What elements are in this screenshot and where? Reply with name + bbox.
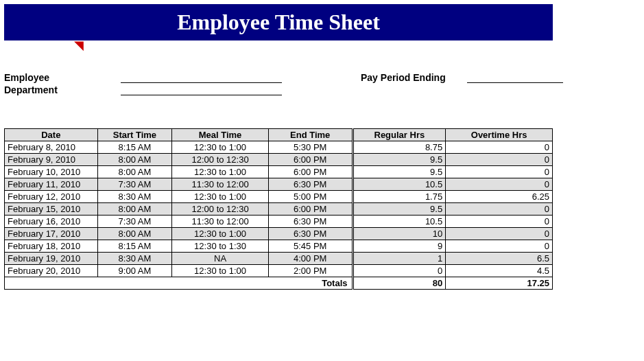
table-row: February 8, 20108:15 AM12:30 to 1:005:30… <box>5 141 553 154</box>
cell-date[interactable]: February 16, 2010 <box>5 216 98 228</box>
cell-meal[interactable]: NA <box>172 253 269 265</box>
col-end: End Time <box>268 129 353 141</box>
cell-reg[interactable]: 9.5 <box>353 203 446 216</box>
pay-period-label: Pay Period Ending <box>361 72 467 83</box>
cell-ot[interactable]: 0 <box>446 154 553 166</box>
cell-meal[interactable]: 12:00 to 12:30 <box>172 154 269 166</box>
cell-ot[interactable]: 0 <box>446 228 553 240</box>
table-header-row: Date Start Time Meal Time End Time Regul… <box>5 129 553 141</box>
table-row: February 18, 20108:15 AM12:30 to 1:305:4… <box>5 240 553 253</box>
cell-end[interactable]: 4:00 PM <box>268 253 353 265</box>
department-label: Department <box>4 84 121 95</box>
cell-ot[interactable]: 0 <box>446 178 553 191</box>
col-start: Start Time <box>97 129 172 141</box>
cell-start[interactable]: 8:15 AM <box>97 141 172 154</box>
table-row: February 16, 20107:30 AM11:30 to 12:006:… <box>5 216 553 228</box>
cell-ot[interactable]: 4.5 <box>446 265 553 277</box>
col-reg: Regular Hrs <box>353 129 446 141</box>
cell-meal[interactable]: 11:30 to 12:00 <box>172 216 269 228</box>
table-row: February 11, 20107:30 AM11:30 to 12:006:… <box>5 178 553 191</box>
cell-date[interactable]: February 8, 2010 <box>5 141 98 154</box>
cell-reg[interactable]: 10.5 <box>353 178 446 191</box>
cell-date[interactable]: February 19, 2010 <box>5 253 98 265</box>
cell-end[interactable]: 2:00 PM <box>268 265 353 277</box>
cell-reg[interactable]: 9.5 <box>353 154 446 166</box>
col-ot: Overtime Hrs <box>446 129 553 141</box>
table-row: February 10, 20108:00 AM12:30 to 1:006:0… <box>5 166 553 178</box>
col-date: Date <box>5 129 98 141</box>
cell-date[interactable]: February 18, 2010 <box>5 240 98 253</box>
cell-date[interactable]: February 11, 2010 <box>5 178 98 191</box>
table-row: February 9, 20108:00 AM12:00 to 12:306:0… <box>5 154 553 166</box>
cell-start[interactable]: 8:00 AM <box>97 154 172 166</box>
cell-end[interactable]: 6:30 PM <box>268 178 353 191</box>
totals-ot: 17.25 <box>446 277 553 290</box>
cell-reg[interactable]: 1 <box>353 253 446 265</box>
table-row: February 19, 20108:30 AMNA4:00 PM16.5 <box>5 253 553 265</box>
totals-reg: 80 <box>353 277 446 290</box>
cell-end[interactable]: 6:00 PM <box>268 203 353 216</box>
table-row: February 17, 20108:00 AM12:30 to 1:006:3… <box>5 228 553 240</box>
cell-ot[interactable]: 0 <box>446 240 553 253</box>
cell-date[interactable]: February 20, 2010 <box>5 265 98 277</box>
cell-reg[interactable]: 8.75 <box>353 141 446 154</box>
cell-meal[interactable]: 12:30 to 1:00 <box>172 228 269 240</box>
cell-ot[interactable]: 6.25 <box>446 191 553 203</box>
table-row: February 12, 20108:30 AM12:30 to 1:005:0… <box>5 191 553 203</box>
cell-start[interactable]: 8:00 AM <box>97 166 172 178</box>
cell-meal[interactable]: 12:30 to 1:30 <box>172 240 269 253</box>
cell-meal[interactable]: 12:00 to 12:30 <box>172 203 269 216</box>
cell-ot[interactable]: 0 <box>446 141 553 154</box>
comment-indicator-icon: ◥ <box>74 42 644 53</box>
cell-meal[interactable]: 12:30 to 1:00 <box>172 191 269 203</box>
cell-reg[interactable]: 0 <box>353 265 446 277</box>
cell-reg[interactable]: 10 <box>353 228 446 240</box>
cell-end[interactable]: 5:45 PM <box>268 240 353 253</box>
employee-field[interactable] <box>121 72 282 83</box>
cell-end[interactable]: 6:00 PM <box>268 166 353 178</box>
employee-label: Employee <box>4 72 121 83</box>
totals-row: Totals 80 17.25 <box>5 277 553 290</box>
cell-start[interactable]: 7:30 AM <box>97 178 172 191</box>
pay-period-field[interactable] <box>467 72 563 83</box>
cell-start[interactable]: 8:00 AM <box>97 203 172 216</box>
cell-end[interactable]: 6:30 PM <box>268 216 353 228</box>
cell-meal[interactable]: 11:30 to 12:00 <box>172 178 269 191</box>
cell-meal[interactable]: 12:30 to 1:00 <box>172 166 269 178</box>
cell-ot[interactable]: 0 <box>446 166 553 178</box>
cell-start[interactable]: 8:30 AM <box>97 253 172 265</box>
cell-date[interactable]: February 15, 2010 <box>5 203 98 216</box>
cell-ot[interactable]: 0 <box>446 203 553 216</box>
cell-start[interactable]: 8:00 AM <box>97 228 172 240</box>
cell-meal[interactable]: 12:30 to 1:00 <box>172 265 269 277</box>
cell-reg[interactable]: 9 <box>353 240 446 253</box>
cell-end[interactable]: 6:30 PM <box>268 228 353 240</box>
cell-date[interactable]: February 9, 2010 <box>5 154 98 166</box>
timesheet-table: Date Start Time Meal Time End Time Regul… <box>4 128 553 290</box>
col-meal: Meal Time <box>172 129 269 141</box>
table-row: February 15, 20108:00 AM12:00 to 12:306:… <box>5 203 553 216</box>
cell-date[interactable]: February 10, 2010 <box>5 166 98 178</box>
cell-start[interactable]: 9:00 AM <box>97 265 172 277</box>
department-field[interactable] <box>121 84 282 95</box>
totals-label: Totals <box>268 277 353 290</box>
cell-end[interactable]: 5:30 PM <box>268 141 353 154</box>
cell-ot[interactable]: 6.5 <box>446 253 553 265</box>
meta-section: Employee Pay Period Ending Department <box>4 72 640 95</box>
cell-date[interactable]: February 17, 2010 <box>5 228 98 240</box>
page-title: Employee Time Sheet <box>4 4 553 40</box>
cell-date[interactable]: February 12, 2010 <box>5 191 98 203</box>
cell-start[interactable]: 7:30 AM <box>97 216 172 228</box>
cell-reg[interactable]: 1.75 <box>353 191 446 203</box>
cell-reg[interactable]: 10.5 <box>353 216 446 228</box>
cell-start[interactable]: 8:15 AM <box>97 240 172 253</box>
cell-end[interactable]: 6:00 PM <box>268 154 353 166</box>
cell-reg[interactable]: 9.5 <box>353 166 446 178</box>
cell-meal[interactable]: 12:30 to 1:00 <box>172 141 269 154</box>
table-row: February 20, 20109:00 AM12:30 to 1:002:0… <box>5 265 553 277</box>
cell-end[interactable]: 5:00 PM <box>268 191 353 203</box>
cell-start[interactable]: 8:30 AM <box>97 191 172 203</box>
cell-ot[interactable]: 0 <box>446 216 553 228</box>
